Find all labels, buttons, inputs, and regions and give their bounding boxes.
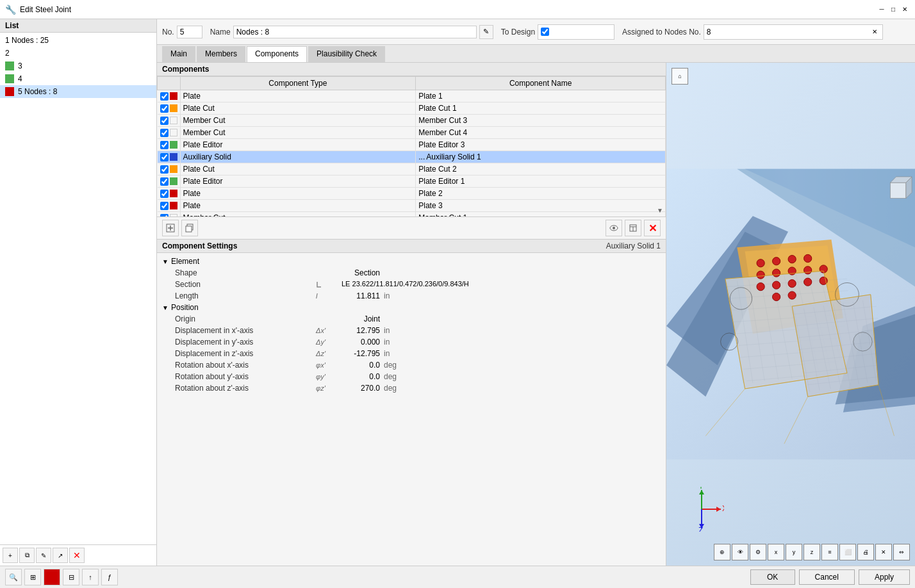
list-item[interactable]: 1 Nodes : 25 [0,34,156,47]
nav-button[interactable]: ↑ [82,569,99,585]
section-symbol [316,280,342,288]
type-cell: Auxiliary Solid [180,151,416,163]
length-symbol: l [316,292,342,300]
list-item-label: 3 [18,61,22,70]
copy-button[interactable]: ⧉ [19,548,35,563]
components-header: Components [157,63,666,76]
viewport-btn-6[interactable]: z [804,544,820,560]
rot-z-unit: deg [384,384,403,393]
apply-button[interactable]: Apply [859,569,910,585]
add-component-button[interactable] [162,220,179,236]
viewport-btn-2[interactable]: 👁 [732,544,748,560]
maximize-button[interactable]: □ [888,4,898,15]
position-section: ▼ Position Origin Joint Displacement in … [157,302,666,394]
type-cell: Member Cut [180,212,416,218]
list-item[interactable]: 2 [0,47,156,60]
no-field-group: No. [162,26,202,38]
type-cell: Plate Cut [180,163,416,176]
delete-button[interactable]: ✕ [69,548,85,563]
table-row[interactable]: Member Cut Member Cut 3 [158,115,666,127]
list-item-color [5,74,14,83]
viewport-btn-9[interactable]: 🖨 [857,544,874,560]
table-row[interactable]: Plate Plate 1 [158,90,666,102]
components-table-wrap[interactable]: Component Type Component Name Plate Plat… [157,76,666,217]
to-design-box [538,24,614,40]
disp-y-unit: in [384,338,403,347]
viewport-btn-10[interactable]: ✕ [875,544,892,560]
table-row[interactable]: Plate Plate 2 [158,188,666,200]
svg-point-66 [804,278,812,286]
svg-point-59 [772,269,780,277]
length-row: Length l 11.811 in [157,290,666,302]
app-icon: 🔧 [5,4,16,15]
content-area: Components Component Type Component Name [157,63,915,566]
svg-point-57 [804,254,812,262]
disp-x-label: Displacement in x'-axis [175,326,316,335]
name-field-group: Name ✎ [210,25,493,39]
rot-z-row: Rotation about z'-axis φz' 270.0 deg [157,382,666,394]
viewport-btn-7[interactable]: ≡ [821,544,838,560]
edit-button[interactable]: ✎ [36,548,51,563]
list-item[interactable]: 4 [0,72,156,85]
length-unit: in [384,291,403,300]
table-row[interactable]: Plate Plate 3 [158,200,666,212]
table-row[interactable]: Member Cut Member Cut 1 [158,212,666,218]
list-item-selected[interactable]: 5 Nodes : 8 [0,85,156,98]
tab-components[interactable]: Components [247,46,307,62]
grid-button[interactable]: ⊞ [24,569,41,585]
viewport-btn-11[interactable]: ⇔ [893,544,910,560]
view-button[interactable] [606,220,622,236]
ok-button[interactable]: OK [750,569,795,585]
to-design-label: To Design [501,28,535,37]
type-cell: Plate Editor [180,176,416,188]
color-button[interactable] [44,569,60,585]
to-design-checkbox[interactable] [541,28,549,36]
clear-assigned-button[interactable]: ✕ [870,27,880,37]
name-cell: Plate Cut 1 [416,102,666,115]
list-item[interactable]: 3 [0,60,156,72]
tabs-bar: Main Members Components Plausibility Che… [157,45,915,63]
duplicate-component-button[interactable] [181,220,198,236]
func-button[interactable]: ƒ [101,569,118,585]
close-button[interactable]: ✕ [900,4,910,15]
name-edit-button[interactable]: ✎ [479,25,493,39]
rot-y-symbol: φy' [316,373,342,380]
search-button[interactable]: 🔍 [5,569,22,585]
no-input[interactable] [177,26,202,38]
name-input[interactable] [233,26,477,38]
tab-members[interactable]: Members [197,46,245,62]
viewport-btn-8[interactable]: ⬜ [839,544,856,560]
table-row-selected[interactable]: Auxiliary Solid ... Auxiliary Solid 1 [158,151,666,163]
export-button[interactable]: ↗ [53,548,68,563]
viewport-btn-3[interactable]: ⚙ [750,544,766,560]
list-item-label: 2 [5,49,10,58]
viewport-home-button[interactable]: ⌂ [672,68,688,85]
viewport[interactable]: X Y Z ⊕ 👁 ⚙ x [666,63,915,566]
minimize-button[interactable]: ─ [877,4,887,15]
col-name: Component Name [416,77,666,90]
add-button[interactable]: + [3,548,18,563]
element-section-header[interactable]: ▼ Element [157,256,666,267]
settings-button[interactable] [625,220,641,236]
viewport-btn-1[interactable]: ⊕ [714,544,730,560]
delete-component-button[interactable]: ✕ [644,220,661,236]
bottom-toolbar: 🔍 ⊞ ⊟ ↑ ƒ [5,569,745,585]
table-button[interactable]: ⊟ [63,569,79,585]
cancel-button[interactable]: Cancel [799,569,855,585]
tab-main[interactable]: Main [162,46,195,62]
left-panel-toolbar: + ⧉ ✎ ↗ ✕ [0,544,156,566]
svg-rect-79 [890,183,906,199]
origin-row: Origin Joint [157,313,666,325]
table-row[interactable]: Plate Editor Plate Editor 3 [158,139,666,151]
list-item-label: 4 [18,74,22,83]
viewport-btn-4[interactable]: x [768,544,784,560]
tab-plausibility[interactable]: Plausibility Check [308,46,385,62]
table-row[interactable]: Plate Cut Plate Cut 1 [158,102,666,115]
position-section-header[interactable]: ▼ Position [157,302,666,313]
type-cell: Plate [180,200,416,212]
origin-value: Joint [342,314,380,323]
table-row[interactable]: Member Cut Member Cut 4 [158,127,666,139]
viewport-btn-5[interactable]: y [786,544,802,560]
table-row[interactable]: Plate Cut Plate Cut 2 [158,163,666,176]
table-row[interactable]: Plate Editor Plate Editor 1 [158,176,666,188]
